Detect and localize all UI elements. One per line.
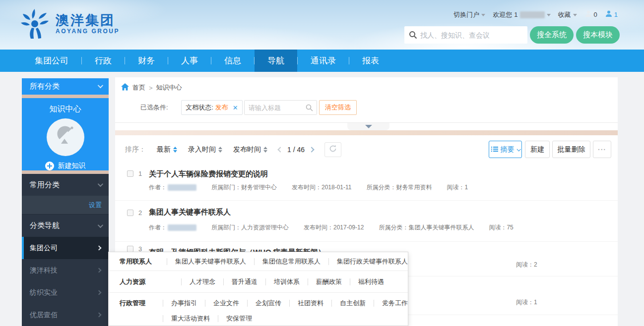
breadcrumb-home[interactable]: 首页 xyxy=(132,83,145,92)
nav-tab[interactable]: 集团公司 xyxy=(22,50,81,72)
new-knowledge-button[interactable]: 新建知识 xyxy=(22,162,109,170)
flyout-link[interactable]: 企划宣传 xyxy=(256,299,281,308)
top-nav: 集团公司行政财务人事信息导航通讯录报表 xyxy=(0,50,644,72)
nav-tab[interactable]: 人事 xyxy=(168,50,211,72)
separator xyxy=(163,300,163,307)
settings-link[interactable]: 设置 xyxy=(89,201,102,210)
chevron-down-icon xyxy=(516,147,520,151)
author-label: 作者： xyxy=(149,223,167,232)
flyout-category-label[interactable]: 常用联系人 xyxy=(109,257,159,266)
chevron-down-icon xyxy=(573,14,577,16)
module-icon-circle xyxy=(47,118,84,156)
batch-delete-button[interactable]: 批量删除 xyxy=(552,141,590,158)
document-meta: 作者：所属部门：财务管理中心发布时间：2018-01-11所属分类：财务常用资料… xyxy=(149,183,468,192)
nav-tab[interactable]: 行政 xyxy=(82,50,125,72)
flyout-link[interactable]: 晋升通道 xyxy=(232,277,258,286)
read-count: 阅读：1 xyxy=(516,298,537,307)
sidebar-category-item[interactable]: 纺织实业 xyxy=(22,281,109,304)
separator xyxy=(218,315,218,322)
separator xyxy=(374,300,374,307)
search-all-system-button[interactable]: 搜全系统 xyxy=(530,26,574,44)
online-count[interactable]: 1 xyxy=(605,10,618,19)
separator xyxy=(350,278,350,285)
offline-count[interactable]: 0 xyxy=(584,10,597,19)
chevron-down-icon xyxy=(98,83,103,88)
tan-divider xyxy=(22,95,109,98)
flyout-link[interactable]: 党务工作 xyxy=(382,299,408,308)
flyout-link[interactable]: 福利待遇 xyxy=(358,277,384,286)
header: 澳洋集团 AOYANG GROUP 切换门户 欢迎您 1 收藏 xyxy=(0,0,644,50)
global-search-input[interactable] xyxy=(404,26,527,44)
separator xyxy=(289,300,290,307)
flyout-link[interactable]: 社团资料 xyxy=(298,299,323,308)
sidebar-common-categories[interactable]: 常用分类 xyxy=(22,174,109,196)
knowledge-list-item: 1关于个人车辆保险费报销变更的说明作者：所属部门：财务管理中心发布时间：2018… xyxy=(115,163,618,201)
switch-portal-menu[interactable]: 切换门户 xyxy=(453,10,485,19)
row-checkbox[interactable] xyxy=(127,170,133,177)
sidebar-category-item[interactable]: 集团公司 xyxy=(22,237,109,259)
nav-tab[interactable]: 财务 xyxy=(125,50,168,72)
plus-circle-icon xyxy=(45,162,54,170)
welcome-user-menu[interactable]: 欢迎您 1 xyxy=(493,10,550,19)
flyout-link[interactable]: 人才理念 xyxy=(190,277,215,286)
author-field: 作者： xyxy=(149,223,196,232)
sort-option-label: 录入时间 xyxy=(188,145,216,154)
flyout-link[interactable]: 企业文件 xyxy=(213,299,239,308)
meta-field: 所属部门：人力资源管理中心 xyxy=(211,223,289,232)
flyout-link[interactable]: 集团行政关键事件联系人 xyxy=(337,257,408,266)
favorites-menu[interactable]: 收藏 xyxy=(558,10,577,19)
online-count-value: 1 xyxy=(614,11,618,18)
sidebar-category-nav[interactable]: 分类导航 xyxy=(22,214,109,237)
global-search-bar: 搜全系统 搜本模块 xyxy=(404,26,620,44)
row-checkbox[interactable] xyxy=(127,210,133,216)
selected-conditions-label: 已选条件: xyxy=(140,100,168,115)
meta-field: 发布时间：2017-09-12 xyxy=(304,223,364,232)
document-title[interactable]: 集团人事关键事件联系人 xyxy=(149,208,231,217)
next-page-icon[interactable] xyxy=(309,147,314,152)
flyout-link[interactable]: 办事指引 xyxy=(171,299,197,308)
nav-tab[interactable]: 通讯录 xyxy=(298,50,349,72)
chevron-down-icon xyxy=(547,14,551,16)
summary-view-button[interactable]: 摘要 xyxy=(489,141,522,158)
flyout-link[interactable]: 培训体系 xyxy=(274,277,300,286)
favorites-label: 收藏 xyxy=(558,10,571,19)
sort-option[interactable]: 发布时间 xyxy=(233,145,267,154)
create-button[interactable]: 新建 xyxy=(525,141,550,158)
home-icon[interactable] xyxy=(121,83,129,92)
sort-arrows-icon xyxy=(218,147,222,153)
flyout-link[interactable]: 薪酬政策 xyxy=(316,277,342,286)
more-actions-button[interactable]: ··· xyxy=(593,141,611,158)
nav-tab[interactable]: 导航 xyxy=(255,50,297,72)
knowledge-list-item: 2集团人事关键事件联系人作者：所属部门：人力资源管理中心发布时间：2017-09… xyxy=(115,201,618,242)
prev-page-icon[interactable] xyxy=(277,147,283,152)
sort-option[interactable]: 最新 xyxy=(157,145,177,154)
pager: 1 / 46 xyxy=(278,146,314,154)
separator xyxy=(331,300,332,307)
flyout-link[interactable]: 安保管理 xyxy=(226,314,252,323)
search-this-module-button[interactable]: 搜本模块 xyxy=(576,26,620,44)
close-icon[interactable]: ✕ xyxy=(233,104,238,111)
triangle-down-icon xyxy=(365,125,372,128)
flyout-category-label[interactable]: 行政管理 xyxy=(109,299,155,308)
chip-label: 文档状态: xyxy=(186,103,213,112)
flyout-link[interactable]: 集团信息常用联系人 xyxy=(262,257,321,266)
sidebar-category-item[interactable]: 优居壹佰 xyxy=(22,304,109,326)
collapse-panel-handle[interactable] xyxy=(347,123,389,130)
separator xyxy=(223,278,224,285)
flyout-link[interactable]: 自主创新 xyxy=(340,299,366,308)
separator xyxy=(308,278,308,285)
clear-filter-button[interactable]: 清空筛选 xyxy=(319,100,357,115)
flyout-link[interactable]: 重大活动资料 xyxy=(171,314,210,323)
sidebar-all-categories[interactable]: 所有分类 xyxy=(22,78,109,95)
flyout-link[interactable]: 集团人事关键事件联系人 xyxy=(175,257,246,266)
meta-field: 阅读：75 xyxy=(489,223,513,232)
flyout-category-label[interactable]: 人力资源 xyxy=(109,277,173,286)
flyout-category-row: 常用联系人集团人事关键事件联系人集团信息常用联系人集团行政关键事件联系人 xyxy=(109,252,408,271)
nav-tab[interactable]: 信息 xyxy=(211,50,254,72)
sort-option[interactable]: 录入时间 xyxy=(188,145,222,154)
document-title[interactable]: 关于个人车辆保险费报销变更的说明 xyxy=(149,169,268,179)
nav-tab[interactable]: 报表 xyxy=(349,50,392,72)
flyout-links: 人才理念晋升通道培训体系薪酬政策福利待遇 xyxy=(173,277,408,286)
refresh-button[interactable] xyxy=(324,142,341,157)
sidebar-category-item[interactable]: 澳洋科技 xyxy=(22,259,109,281)
